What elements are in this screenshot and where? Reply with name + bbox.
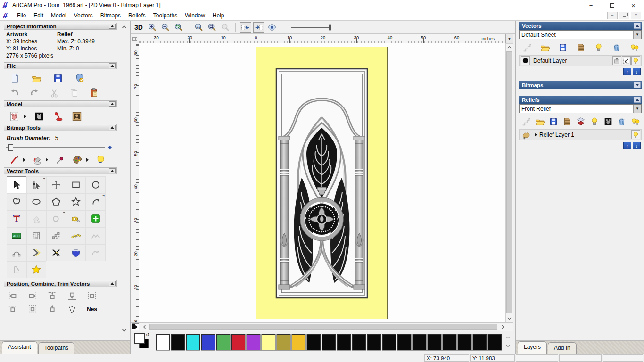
collapse-section-button[interactable] xyxy=(109,63,116,68)
sheet-select[interactable]: Default Sheet ▼ xyxy=(519,30,642,39)
primary-colour-swatch[interactable] xyxy=(134,333,145,344)
new-layer-disabled-icon[interactable] xyxy=(521,116,531,127)
align-right-icon[interactable] xyxy=(26,290,39,302)
zoom-1to1-icon[interactable]: 1:1 xyxy=(193,22,205,33)
colour-swatch-22[interactable] xyxy=(488,334,502,350)
collapse-panel-button[interactable] xyxy=(634,97,641,103)
tab-layers[interactable]: Layers xyxy=(518,341,547,354)
menu-file[interactable]: File xyxy=(13,11,30,20)
align-centre-h-icon[interactable] xyxy=(86,290,98,302)
undo-icon[interactable] xyxy=(8,87,21,99)
duplicate-layer-icon[interactable] xyxy=(576,116,586,127)
save-layer-icon[interactable] xyxy=(548,116,559,127)
menu-toolpaths[interactable]: Toolpaths xyxy=(149,11,181,20)
colour-swatch-14[interactable] xyxy=(367,334,381,350)
invert-model-icon[interactable] xyxy=(33,111,45,122)
colour-swatch-21[interactable] xyxy=(473,334,487,350)
scroll-up-icon[interactable] xyxy=(122,25,127,30)
vector-layer-row[interactable]: Default Layer xyxy=(519,55,642,66)
colour-swatch-8[interactable] xyxy=(277,334,290,350)
merge-layers-icon[interactable] xyxy=(575,42,587,53)
align-in-page-icon[interactable] xyxy=(26,304,39,313)
colour-swatch-18[interactable] xyxy=(428,334,441,350)
flyout-arrow-icon[interactable] xyxy=(23,158,25,162)
interpolate-disabled-icon[interactable] xyxy=(86,244,106,261)
colour-swatch-1[interactable] xyxy=(171,334,185,350)
menu-help[interactable]: Help xyxy=(209,11,228,20)
tab-assistant[interactable]: Assistant xyxy=(2,341,37,354)
colour-swatch-2[interactable] xyxy=(186,334,200,350)
mdi-restore-button[interactable] xyxy=(619,12,629,19)
minimize-button[interactable]: − xyxy=(580,0,602,10)
create-ellipse-icon[interactable] xyxy=(26,193,46,210)
move-layer-up-button[interactable]: ↑ xyxy=(623,142,631,149)
move-layer-down-button[interactable]: ↓ xyxy=(633,142,641,149)
create-star-icon[interactable] xyxy=(66,193,86,210)
text-on-curve-icon[interactable]: ABC xyxy=(7,227,26,244)
texture-icon[interactable] xyxy=(94,154,107,165)
align-top-icon[interactable] xyxy=(46,290,58,302)
flood-fill-icon[interactable] xyxy=(31,154,43,165)
snap-prev-icon[interactable] xyxy=(240,22,251,33)
arc-fit-icon[interactable] xyxy=(7,244,26,261)
create-polyline-icon[interactable] xyxy=(7,193,26,210)
select-vectors-icon[interactable] xyxy=(7,176,26,193)
load-image-icon[interactable] xyxy=(71,111,83,122)
paint-brush-icon[interactable] xyxy=(8,154,21,165)
save-file-icon[interactable] xyxy=(52,73,64,84)
fit-polyline-disabled-icon[interactable] xyxy=(86,227,106,244)
contrast-slider-handle[interactable] xyxy=(329,24,331,31)
zoom-out-icon[interactable] xyxy=(160,22,171,33)
save-layer-icon[interactable] xyxy=(557,42,569,53)
ruler-origin-button[interactable] xyxy=(131,34,139,43)
adjust-model-icon[interactable] xyxy=(8,111,21,122)
mdi-minimize-button[interactable]: − xyxy=(607,12,618,19)
relief-select[interactable]: Front Relief ▼ xyxy=(519,104,642,113)
move-layer-down-button[interactable]: ↓ xyxy=(633,68,641,75)
create-text-icon[interactable] xyxy=(7,210,26,227)
collapse-section-button[interactable] xyxy=(109,168,116,173)
all-visible-icon[interactable] xyxy=(628,42,641,53)
colour-swatch-9[interactable] xyxy=(292,334,305,350)
contrast-slider[interactable] xyxy=(291,23,335,32)
colour-swatch-3[interactable] xyxy=(201,334,215,350)
new-model-icon[interactable] xyxy=(8,73,21,84)
section-disabled-icon[interactable] xyxy=(7,261,26,278)
colour-swatch-0[interactable] xyxy=(156,334,170,350)
chevron-down-icon[interactable]: ▼ xyxy=(633,105,641,113)
nesting-icon[interactable]: Nes xyxy=(86,304,98,313)
move-to-layer-icon[interactable] xyxy=(612,56,621,65)
create-circle-icon[interactable] xyxy=(86,176,106,193)
snap-toggle-icon[interactable] xyxy=(622,56,631,65)
zoom-previous-icon[interactable] xyxy=(173,22,184,33)
toggle-visibility-icon[interactable] xyxy=(593,42,605,53)
colour-swatch-5[interactable] xyxy=(231,334,245,350)
scroll-right-icon[interactable] xyxy=(499,323,506,330)
delete-layer-icon[interactable] xyxy=(611,42,623,53)
envelope-distort-icon[interactable] xyxy=(26,227,46,244)
offset-vectors-icon[interactable] xyxy=(26,244,46,261)
model-properties-icon[interactable] xyxy=(74,73,86,84)
menu-edit[interactable]: Edit xyxy=(30,11,47,20)
menu-bitmaps[interactable]: Bitmaps xyxy=(97,11,124,20)
scrollbar-thumb[interactable] xyxy=(149,324,497,330)
layer-name[interactable]: Default Layer xyxy=(533,58,567,64)
align-centre-v-icon[interactable] xyxy=(7,304,19,313)
extrude-icon[interactable] xyxy=(66,244,86,261)
redo-icon[interactable] xyxy=(28,87,41,99)
create-arc-icon[interactable]: ¬ xyxy=(86,193,106,210)
paste-icon[interactable] xyxy=(88,87,100,99)
scroll-left-icon[interactable] xyxy=(141,323,148,330)
scroll-up-icon[interactable] xyxy=(506,44,513,51)
colour-swatch-20[interactable] xyxy=(458,334,471,350)
lighting-material-icon[interactable] xyxy=(52,111,64,122)
palette-down-icon[interactable] xyxy=(506,344,510,349)
greyscale-preview-icon[interactable] xyxy=(603,116,613,127)
colour-swatch-13[interactable] xyxy=(352,334,366,350)
trim-vectors-icon[interactable] xyxy=(46,244,66,261)
tab-toolpaths[interactable]: Toolpaths xyxy=(38,342,74,354)
slider-handle[interactable] xyxy=(8,144,13,151)
menu-vectors[interactable]: Vectors xyxy=(70,11,97,20)
restore-button[interactable] xyxy=(602,0,623,10)
open-layer-icon[interactable] xyxy=(539,42,551,53)
